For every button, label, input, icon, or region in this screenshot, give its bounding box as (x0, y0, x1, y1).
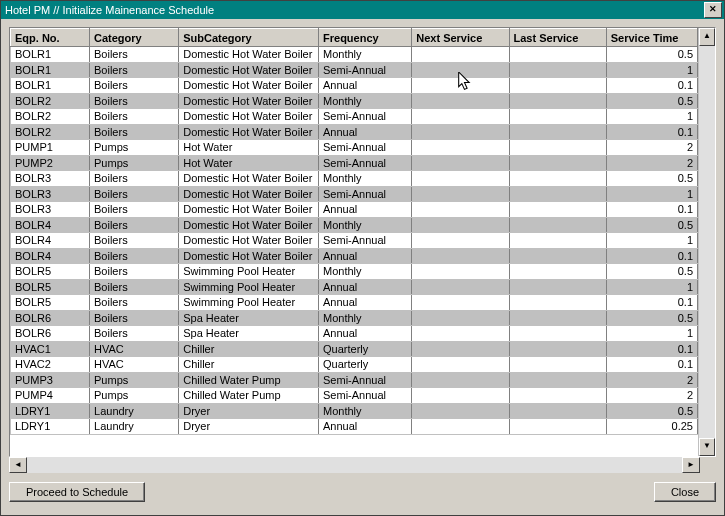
table-row[interactable]: BOLR1BoilersDomestic Hot Water BoilerAnn… (11, 78, 698, 94)
cell-cat[interactable]: Laundry (90, 403, 179, 419)
cell-cat[interactable]: Boilers (90, 310, 179, 326)
cell-eqp[interactable]: BOLR1 (11, 78, 90, 94)
column-header-freq[interactable]: Frequency (319, 29, 412, 47)
cell-freq[interactable]: Semi-Annual (319, 155, 412, 171)
cell-time[interactable]: 0.1 (606, 124, 697, 140)
cell-time[interactable]: 0.5 (606, 403, 697, 419)
cell-last[interactable] (509, 326, 606, 342)
cell-eqp[interactable]: BOLR4 (11, 233, 90, 249)
cell-sub[interactable]: Domestic Hot Water Boiler (179, 233, 319, 249)
cell-eqp[interactable]: BOLR3 (11, 202, 90, 218)
cell-eqp[interactable]: LDRY1 (11, 419, 90, 435)
cell-cat[interactable]: Boilers (90, 171, 179, 187)
cell-freq[interactable]: Semi-Annual (319, 140, 412, 156)
table-row[interactable]: BOLR3BoilersDomestic Hot Water BoilerMon… (11, 171, 698, 187)
cell-time[interactable]: 0.1 (606, 248, 697, 264)
cell-last[interactable] (509, 233, 606, 249)
cell-sub[interactable]: Domestic Hot Water Boiler (179, 217, 319, 233)
cell-time[interactable]: 0.1 (606, 341, 697, 357)
cell-sub[interactable]: Domestic Hot Water Boiler (179, 62, 319, 78)
cell-cat[interactable]: Boilers (90, 93, 179, 109)
cell-next[interactable] (412, 155, 509, 171)
table-row[interactable]: BOLR1BoilersDomestic Hot Water BoilerMon… (11, 47, 698, 63)
table-row[interactable]: LDRY1LaundryDryerAnnual0.25 (11, 419, 698, 435)
cell-freq[interactable]: Semi-Annual (319, 233, 412, 249)
table-row[interactable]: HVAC2HVACChillerQuarterly0.1 (11, 357, 698, 373)
cell-sub[interactable]: Domestic Hot Water Boiler (179, 78, 319, 94)
cell-last[interactable] (509, 217, 606, 233)
cell-next[interactable] (412, 388, 509, 404)
cell-sub[interactable]: Spa Heater (179, 310, 319, 326)
table-row[interactable]: BOLR4BoilersDomestic Hot Water BoilerAnn… (11, 248, 698, 264)
table-row[interactable]: BOLR4BoilersDomestic Hot Water BoilerMon… (11, 217, 698, 233)
cell-cat[interactable]: Boilers (90, 217, 179, 233)
cell-last[interactable] (509, 47, 606, 63)
cell-cat[interactable]: Boilers (90, 295, 179, 311)
table-row[interactable]: LDRY1LaundryDryerMonthly0.5 (11, 403, 698, 419)
table-row[interactable]: BOLR1BoilersDomestic Hot Water BoilerSem… (11, 62, 698, 78)
cell-last[interactable] (509, 388, 606, 404)
cell-sub[interactable]: Swimming Pool Heater (179, 264, 319, 280)
cell-eqp[interactable]: PUMP3 (11, 372, 90, 388)
cell-cat[interactable]: Pumps (90, 140, 179, 156)
cell-eqp[interactable]: LDRY1 (11, 403, 90, 419)
cell-freq[interactable]: Semi-Annual (319, 62, 412, 78)
table-row[interactable]: BOLR4BoilersDomestic Hot Water BoilerSem… (11, 233, 698, 249)
cell-last[interactable] (509, 171, 606, 187)
cell-freq[interactable]: Monthly (319, 93, 412, 109)
cell-time[interactable]: 1 (606, 326, 697, 342)
table-row[interactable]: BOLR3BoilersDomestic Hot Water BoilerAnn… (11, 202, 698, 218)
cell-freq[interactable]: Monthly (319, 403, 412, 419)
table-row[interactable]: BOLR2BoilersDomestic Hot Water BoilerMon… (11, 93, 698, 109)
cell-time[interactable]: 2 (606, 140, 697, 156)
cell-sub[interactable]: Hot Water (179, 140, 319, 156)
cell-eqp[interactable]: PUMP2 (11, 155, 90, 171)
table-row[interactable]: PUMP2PumpsHot WaterSemi-Annual2 (11, 155, 698, 171)
table-row[interactable]: PUMP1PumpsHot WaterSemi-Annual2 (11, 140, 698, 156)
proceed-button[interactable]: Proceed to Schedule (9, 482, 145, 502)
cell-cat[interactable]: Boilers (90, 186, 179, 202)
table-row[interactable]: BOLR3BoilersDomestic Hot Water BoilerSem… (11, 186, 698, 202)
cell-eqp[interactable]: BOLR2 (11, 124, 90, 140)
cell-cat[interactable]: Boilers (90, 248, 179, 264)
cell-next[interactable] (412, 295, 509, 311)
cell-cat[interactable]: Boilers (90, 326, 179, 342)
cell-freq[interactable]: Semi-Annual (319, 388, 412, 404)
cell-freq[interactable]: Monthly (319, 217, 412, 233)
cell-freq[interactable]: Annual (319, 279, 412, 295)
cell-next[interactable] (412, 109, 509, 125)
cell-next[interactable] (412, 341, 509, 357)
cell-time[interactable]: 0.5 (606, 217, 697, 233)
cell-next[interactable] (412, 217, 509, 233)
cell-time[interactable]: 0.5 (606, 264, 697, 280)
cell-eqp[interactable]: BOLR4 (11, 248, 90, 264)
cell-time[interactable]: 2 (606, 155, 697, 171)
cell-cat[interactable]: Boilers (90, 233, 179, 249)
cell-time[interactable]: 0.5 (606, 47, 697, 63)
table-row[interactable]: BOLR5BoilersSwimming Pool HeaterAnnual1 (11, 279, 698, 295)
cell-time[interactable]: 0.5 (606, 93, 697, 109)
cell-time[interactable]: 1 (606, 233, 697, 249)
cell-freq[interactable]: Annual (319, 124, 412, 140)
cell-cat[interactable]: Pumps (90, 372, 179, 388)
table-row[interactable]: PUMP4PumpsChilled Water PumpSemi-Annual2 (11, 388, 698, 404)
scroll-track[interactable] (699, 46, 715, 438)
cell-freq[interactable]: Annual (319, 326, 412, 342)
cell-last[interactable] (509, 202, 606, 218)
cell-sub[interactable]: Dryer (179, 419, 319, 435)
cell-eqp[interactable]: BOLR5 (11, 279, 90, 295)
cell-next[interactable] (412, 140, 509, 156)
cell-sub[interactable]: Chiller (179, 341, 319, 357)
scroll-down-button[interactable]: ▼ (699, 438, 715, 456)
cell-freq[interactable]: Annual (319, 202, 412, 218)
cell-eqp[interactable]: HVAC1 (11, 341, 90, 357)
cell-cat[interactable]: Boilers (90, 264, 179, 280)
table-row[interactable]: HVAC1HVACChillerQuarterly0.1 (11, 341, 698, 357)
column-header-time[interactable]: Service Time (606, 29, 697, 47)
cell-sub[interactable]: Swimming Pool Heater (179, 295, 319, 311)
cell-sub[interactable]: Chiller (179, 357, 319, 373)
cell-cat[interactable]: Pumps (90, 388, 179, 404)
cell-sub[interactable]: Domestic Hot Water Boiler (179, 202, 319, 218)
table-row[interactable]: BOLR6BoilersSpa HeaterAnnual1 (11, 326, 698, 342)
cell-last[interactable] (509, 124, 606, 140)
